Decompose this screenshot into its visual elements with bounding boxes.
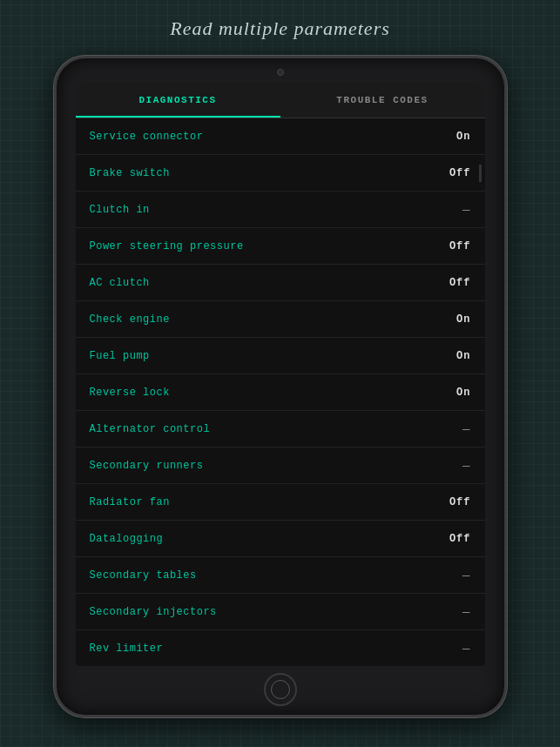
param-name: Radiator fan: [90, 496, 170, 508]
param-value: —: [445, 642, 471, 656]
param-row[interactable]: AC clutchOff: [76, 265, 485, 301]
parameter-list: Service connectorOnBrake switchOffClutch…: [76, 118, 485, 666]
param-row[interactable]: Fuel pumpOn: [76, 338, 485, 374]
tablet-frame: DIAGNOSTICS TROUBLE CODES Service connec…: [54, 56, 507, 717]
param-name: Rev limiter: [90, 643, 164, 655]
param-name: Fuel pump: [90, 350, 150, 362]
tablet-camera: [277, 69, 284, 76]
param-row[interactable]: Secondary injectors—: [76, 594, 485, 630]
param-name: Datalogging: [90, 533, 164, 545]
param-row[interactable]: Clutch in—: [76, 192, 485, 228]
param-row[interactable]: Radiator fanOff: [76, 484, 485, 521]
param-row[interactable]: DataloggingOff: [76, 521, 485, 557]
tab-bar: DIAGNOSTICS TROUBLE CODES: [76, 83, 485, 118]
tablet-screen: DIAGNOSTICS TROUBLE CODES Service connec…: [76, 83, 485, 666]
param-name: Clutch in: [90, 204, 150, 216]
param-row[interactable]: Secondary runners—: [76, 448, 485, 484]
param-value: Off: [445, 240, 471, 252]
param-name: AC clutch: [90, 277, 150, 289]
scroll-indicator: [479, 165, 482, 182]
param-value: —: [445, 569, 471, 582]
param-value: Off: [445, 533, 471, 545]
param-value: On: [445, 313, 471, 326]
param-name: Check engine: [90, 313, 170, 326]
param-value: On: [445, 387, 471, 399]
param-name: Service connector: [90, 131, 204, 143]
param-value: Off: [445, 277, 471, 289]
tab-trouble-codes[interactable]: TROUBLE CODES: [280, 83, 485, 118]
param-row[interactable]: Service connectorOn: [76, 118, 485, 155]
param-row[interactable]: Secondary tables—: [76, 557, 485, 594]
param-value: Off: [445, 496, 471, 508]
param-value: On: [445, 131, 471, 143]
param-value: —: [445, 422, 471, 436]
param-name: Secondary injectors: [90, 606, 217, 618]
tablet-home-button[interactable]: [264, 673, 297, 706]
param-name: Secondary tables: [90, 569, 197, 582]
param-name: Brake switch: [90, 167, 170, 179]
param-row[interactable]: Check engineOn: [76, 301, 485, 338]
param-value: —: [445, 605, 471, 619]
param-row[interactable]: Power steering pressureOff: [76, 228, 485, 265]
param-value: —: [445, 203, 471, 217]
param-value: On: [445, 350, 471, 362]
param-name: Power steering pressure: [90, 240, 244, 252]
param-row[interactable]: Brake switchOff: [76, 155, 485, 192]
param-value: —: [445, 459, 471, 473]
page-title: Read multiple parameters: [170, 17, 390, 40]
param-row[interactable]: Rev limiter—: [76, 630, 485, 666]
param-row[interactable]: Reverse lockOn: [76, 374, 485, 411]
tab-diagnostics[interactable]: DIAGNOSTICS: [76, 83, 280, 118]
param-name: Reverse lock: [90, 387, 170, 399]
param-value: Off: [445, 167, 471, 179]
param-name: Alternator control: [90, 423, 211, 435]
param-row[interactable]: Alternator control—: [76, 411, 485, 448]
param-name: Secondary runners: [90, 460, 204, 472]
tablet-home-inner: [271, 680, 290, 699]
